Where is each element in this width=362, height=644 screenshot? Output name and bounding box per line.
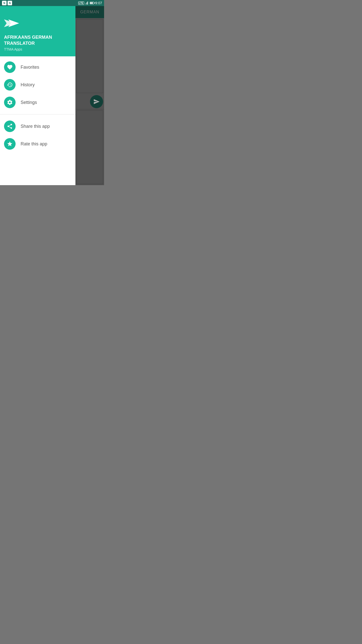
settings-icon-circle — [4, 97, 16, 108]
status-left: N N — [2, 1, 12, 5]
primary-menu-section: Favorites History — [0, 56, 75, 113]
menu-item-settings[interactable]: Settings — [0, 94, 75, 111]
app-subtitle: TTMA Apps — [4, 47, 71, 51]
menu-item-rate[interactable]: Rate this app — [0, 135, 75, 153]
secondary-menu-section: Share this app Rate this app — [0, 115, 75, 155]
naver-icon-2: N — [8, 1, 12, 5]
svg-marker-3 — [87, 2, 88, 5]
settings-label: Settings — [21, 100, 37, 105]
share-icon-circle — [4, 120, 16, 132]
rate-icon-circle — [4, 138, 16, 150]
menu-item-share[interactable]: Share this app — [0, 117, 75, 135]
status-bar: N N LTE 9:07 — [0, 0, 104, 6]
drawer: AFRIKAANS GERMAN TRANSLATOR TTMA Apps Fa… — [0, 6, 75, 185]
favorites-icon-circle — [4, 61, 16, 73]
share-label: Share this app — [21, 124, 50, 129]
signal-icon — [85, 2, 89, 5]
app-title: AFRIKAANS GERMAN TRANSLATOR — [4, 34, 71, 46]
svg-marker-0 — [85, 4, 86, 5]
history-label: History — [21, 82, 35, 88]
rate-label: Rate this app — [21, 141, 47, 147]
share-icon — [7, 123, 13, 129]
menu-divider — [0, 114, 75, 114]
svg-marker-4 — [92, 2, 93, 4]
logo-arrow-icon — [4, 17, 19, 29]
history-icon-circle — [4, 79, 16, 91]
app-logo — [4, 17, 71, 30]
drawer-menu: Favorites History — [0, 56, 75, 185]
lte-badge: LTE — [78, 2, 84, 5]
heart-icon — [7, 64, 13, 70]
menu-item-favorites[interactable]: Favorites — [0, 58, 75, 76]
svg-marker-2 — [87, 2, 87, 5]
clock-icon — [7, 82, 13, 88]
drawer-overlay[interactable] — [75, 6, 104, 185]
battery-icon — [90, 2, 94, 4]
gear-icon — [7, 99, 13, 105]
naver-icon-1: N — [2, 1, 7, 5]
favorites-label: Favorites — [21, 65, 39, 70]
status-right: LTE 9:07 — [78, 1, 102, 5]
svg-marker-1 — [86, 3, 86, 5]
drawer-header: AFRIKAANS GERMAN TRANSLATOR TTMA Apps — [0, 6, 75, 56]
time-display: 9:07 — [95, 1, 102, 5]
menu-item-history[interactable]: History — [0, 76, 75, 94]
star-icon — [7, 141, 13, 147]
main-layout: GERMAN AFRIKAANS — [0, 6, 104, 185]
